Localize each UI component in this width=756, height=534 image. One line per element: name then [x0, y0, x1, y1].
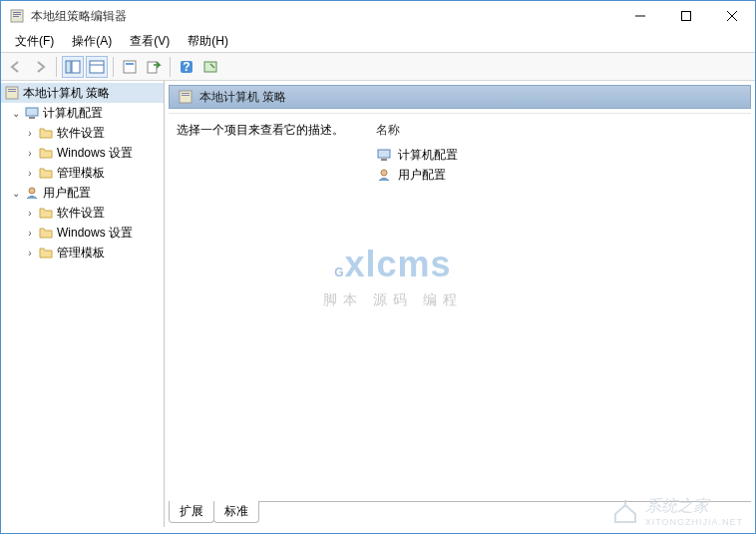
app-icon: [9, 8, 25, 24]
expand-toggle-icon[interactable]: ›: [23, 166, 37, 180]
menu-view[interactable]: 查看(V): [122, 31, 178, 52]
tree-label: Windows 设置: [57, 145, 133, 162]
menu-action[interactable]: 操作(A): [64, 31, 120, 52]
tree-label: 软件设置: [57, 205, 105, 222]
expand-toggle-icon[interactable]: ⌄: [9, 106, 23, 120]
svg-point-29: [381, 170, 387, 176]
svg-rect-22: [29, 117, 35, 119]
menu-help[interactable]: 帮助(H): [180, 31, 236, 52]
description-column: 选择一个项目来查看它的描述。: [177, 122, 376, 493]
details-header: 本地计算机 策略: [169, 85, 751, 109]
tree-label: 管理模板: [57, 165, 105, 182]
forward-button[interactable]: [29, 56, 51, 78]
svg-rect-18: [6, 87, 18, 99]
details-pane: 本地计算机 策略 选择一个项目来查看它的描述。 名称 计算机配置 用户配: [165, 81, 755, 527]
help-button[interactable]: ?: [176, 56, 197, 78]
tree-label: 软件设置: [57, 125, 105, 142]
titlebar: 本地组策略编辑器: [1, 1, 755, 31]
expand-toggle-icon[interactable]: ›: [23, 226, 37, 240]
expand-toggle-icon[interactable]: ›: [23, 146, 37, 160]
svg-rect-10: [90, 61, 104, 73]
policy-icon: [178, 89, 193, 105]
expand-toggle-icon[interactable]: ›: [23, 126, 37, 140]
folder-icon: [38, 125, 54, 141]
folder-icon: [38, 225, 54, 241]
svg-rect-28: [381, 159, 387, 161]
tree-label: 用户配置: [43, 185, 91, 202]
tab-standard[interactable]: 标准: [213, 501, 259, 523]
maximize-button[interactable]: [663, 1, 709, 31]
details-button[interactable]: [86, 56, 108, 78]
tree-label: Windows 设置: [57, 225, 133, 242]
svg-rect-2: [13, 14, 21, 15]
toolbar-separator: [56, 57, 57, 77]
svg-rect-13: [126, 63, 134, 65]
svg-rect-19: [8, 89, 16, 90]
user-icon: [24, 185, 40, 201]
svg-text:?: ?: [183, 60, 189, 74]
toolbar-separator: [113, 57, 114, 77]
list-column: 名称 计算机配置 用户配置: [376, 122, 743, 493]
window-controls: [617, 1, 755, 31]
svg-rect-21: [26, 108, 38, 116]
svg-rect-14: [148, 62, 157, 73]
toolbar: ?: [1, 53, 755, 81]
svg-rect-8: [66, 61, 71, 73]
svg-point-23: [29, 188, 35, 194]
svg-rect-17: [204, 62, 216, 72]
name-column-header[interactable]: 名称: [376, 122, 743, 139]
tree-computer-config[interactable]: ⌄ 计算机配置: [1, 103, 164, 123]
tree-pane[interactable]: 本地计算机 策略 ⌄ 计算机配置 › 软件设置 › Windows 设置: [1, 81, 165, 527]
content-area: 本地计算机 策略 ⌄ 计算机配置 › 软件设置 › Windows 设置: [1, 81, 755, 527]
tree-admin-templates[interactable]: › 管理模板: [1, 163, 164, 183]
folder-icon: [38, 205, 54, 221]
menu-file[interactable]: 文件(F): [7, 31, 62, 52]
show-tree-button[interactable]: [62, 56, 84, 78]
svg-rect-25: [182, 93, 189, 94]
toolbar-separator: [170, 57, 171, 77]
tree-windows-settings[interactable]: › Windows 设置: [1, 223, 164, 243]
svg-rect-3: [13, 16, 19, 17]
export-button[interactable]: [143, 56, 165, 78]
window-title: 本地组策略编辑器: [31, 8, 617, 25]
policy-icon: [4, 85, 20, 101]
list-item-label: 计算机配置: [398, 147, 458, 164]
tab-bar: 扩展 标准: [169, 501, 751, 523]
description-text: 选择一个项目来查看它的描述。: [177, 122, 376, 139]
tree-root-label: 本地计算机 策略: [23, 85, 110, 102]
svg-rect-12: [124, 61, 136, 73]
svg-rect-27: [378, 150, 390, 158]
properties-button[interactable]: [119, 56, 141, 78]
svg-rect-9: [72, 61, 80, 73]
list-item-computer-config[interactable]: 计算机配置: [376, 145, 743, 165]
svg-rect-26: [182, 95, 189, 96]
filter-button[interactable]: [199, 56, 221, 78]
folder-icon: [38, 145, 54, 161]
tree-software-settings[interactable]: › 软件设置: [1, 203, 164, 223]
computer-icon: [24, 105, 40, 121]
close-button[interactable]: [709, 1, 755, 31]
tree-admin-templates[interactable]: › 管理模板: [1, 243, 164, 263]
folder-icon: [38, 245, 54, 261]
expand-toggle-icon[interactable]: ›: [23, 206, 37, 220]
tree-windows-settings[interactable]: › Windows 设置: [1, 143, 164, 163]
minimize-button[interactable]: [617, 1, 663, 31]
list-item-label: 用户配置: [398, 167, 446, 184]
tab-extended[interactable]: 扩展: [169, 501, 214, 523]
list-item-user-config[interactable]: 用户配置: [376, 165, 743, 185]
menubar: 文件(F) 操作(A) 查看(V) 帮助(H): [1, 31, 755, 53]
user-icon: [376, 167, 392, 183]
tree-user-config[interactable]: ⌄ 用户配置: [1, 183, 164, 203]
tree-label: 计算机配置: [43, 105, 103, 122]
tree-root[interactable]: 本地计算机 策略: [1, 83, 164, 103]
tree-label: 管理模板: [57, 245, 105, 262]
expand-toggle-icon[interactable]: ›: [23, 246, 37, 260]
svg-rect-1: [13, 12, 21, 13]
details-header-text: 本地计算机 策略: [199, 89, 286, 106]
expand-toggle-icon[interactable]: ⌄: [9, 186, 23, 200]
svg-rect-20: [8, 91, 16, 92]
back-button[interactable]: [5, 56, 27, 78]
computer-icon: [376, 147, 392, 163]
tree-software-settings[interactable]: › 软件设置: [1, 123, 164, 143]
svg-rect-24: [180, 91, 191, 103]
